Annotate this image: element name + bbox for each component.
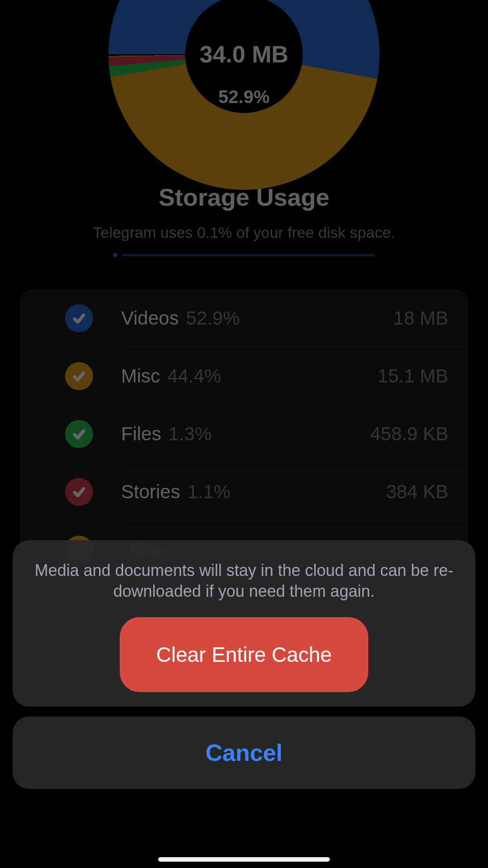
action-sheet-message: Media and documents will stay in the clo… <box>13 540 475 617</box>
home-indicator[interactable] <box>158 857 330 862</box>
clear-entire-cache-button[interactable]: Clear Entire Cache <box>120 617 368 692</box>
clear-cache-action-sheet: Media and documents will stay in the clo… <box>13 540 475 789</box>
cancel-button[interactable]: Cancel <box>13 717 475 789</box>
